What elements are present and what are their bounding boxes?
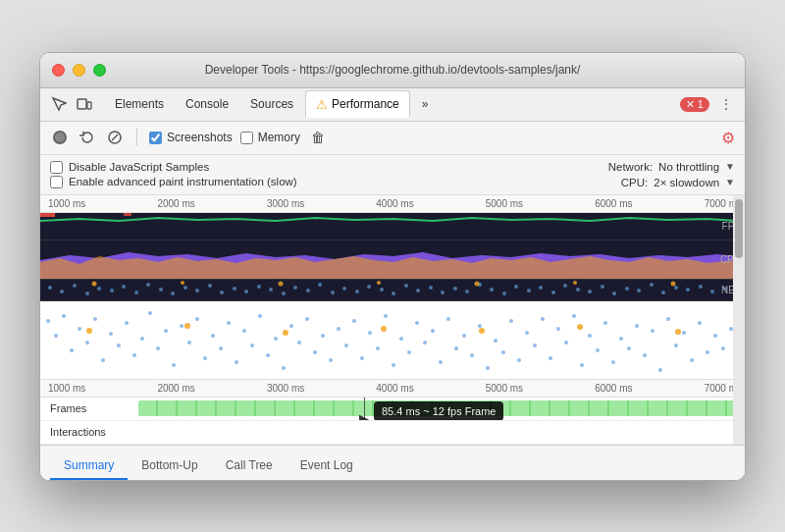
enable-paint-checkbox[interactable] bbox=[50, 176, 63, 188]
svg-point-141 bbox=[596, 348, 600, 352]
svg-point-23 bbox=[233, 287, 236, 291]
bottom-time-ruler: 1000 ms 2000 ms 3000 ms 4000 ms 5000 ms … bbox=[40, 380, 745, 398]
tab-more[interactable]: » bbox=[412, 90, 439, 118]
memory-checkbox-label[interactable]: Memory bbox=[240, 131, 300, 144]
svg-point-133 bbox=[533, 344, 537, 347]
screenshots-checkbox[interactable] bbox=[149, 132, 162, 144]
memory-checkbox[interactable] bbox=[240, 132, 253, 144]
net-lane[interactable]: NET bbox=[40, 280, 745, 301]
svg-point-108 bbox=[337, 327, 340, 331]
clear-button[interactable] bbox=[105, 128, 125, 147]
svg-point-61 bbox=[699, 285, 703, 289]
svg-point-165 bbox=[675, 329, 681, 335]
svg-point-75 bbox=[78, 327, 81, 331]
tab-console[interactable]: Console bbox=[176, 90, 238, 118]
cpu-value: 2× slowdown bbox=[654, 177, 719, 188]
svg-point-162 bbox=[381, 326, 387, 332]
svg-point-131 bbox=[517, 358, 521, 362]
cpu-dropdown-arrow[interactable]: ▼ bbox=[725, 177, 735, 187]
cpu-lane[interactable]: CPU bbox=[40, 240, 745, 280]
svg-point-144 bbox=[619, 337, 623, 341]
tab-performance[interactable]: ⚠ Performance bbox=[305, 90, 410, 118]
svg-point-13 bbox=[110, 289, 114, 293]
frames-content[interactable]: ▶ 85.4 ms ~ 12 fps Frame bbox=[138, 398, 745, 420]
svg-point-138 bbox=[572, 314, 576, 318]
inspect-icon[interactable] bbox=[48, 93, 70, 115]
toolbar: Screenshots Memory 🗑 ⚙ bbox=[40, 122, 745, 155]
tab-event-log[interactable]: Event Log bbox=[287, 452, 367, 480]
svg-point-64 bbox=[92, 281, 97, 286]
options-right: Network: No throttling ▼ CPU: 2× slowdow… bbox=[608, 161, 735, 188]
mark-6: 7000 m bbox=[705, 198, 737, 209]
flame-area[interactable] bbox=[40, 301, 745, 380]
svg-point-62 bbox=[710, 290, 714, 293]
disable-js-samples-option[interactable]: Disable JavaScript Samples bbox=[50, 161, 297, 174]
svg-point-110 bbox=[352, 319, 356, 323]
screenshots-checkbox-label[interactable]: Screenshots bbox=[149, 131, 233, 144]
svg-point-119 bbox=[423, 341, 427, 345]
svg-point-126 bbox=[478, 324, 482, 328]
svg-point-84 bbox=[148, 311, 152, 315]
disable-js-samples-label: Disable JavaScript Samples bbox=[69, 161, 209, 173]
tab-bar: Elements Console Sources ⚠ Performance »… bbox=[40, 88, 745, 122]
scrollbar-thumb[interactable] bbox=[735, 199, 743, 258]
svg-point-114 bbox=[384, 314, 388, 318]
cursor-arrow: ▶ bbox=[359, 411, 369, 420]
tab-sources[interactable]: Sources bbox=[240, 90, 303, 118]
minimize-button[interactable] bbox=[73, 64, 85, 77]
svg-point-134 bbox=[541, 317, 545, 321]
network-dropdown-arrow[interactable]: ▼ bbox=[725, 161, 735, 172]
svg-point-107 bbox=[329, 358, 333, 362]
svg-point-154 bbox=[698, 321, 702, 325]
svg-point-93 bbox=[219, 346, 223, 350]
tab-bar-icons bbox=[48, 93, 95, 115]
fps-lane[interactable]: FPS bbox=[40, 213, 745, 240]
svg-point-150 bbox=[666, 317, 670, 321]
svg-point-72 bbox=[54, 334, 58, 338]
svg-point-140 bbox=[588, 334, 592, 338]
svg-point-146 bbox=[635, 324, 639, 328]
svg-point-152 bbox=[682, 331, 686, 335]
svg-point-137 bbox=[564, 341, 568, 345]
memory-label: Memory bbox=[258, 131, 300, 144]
more-options-icon[interactable]: ⋮ bbox=[715, 93, 737, 115]
svg-point-78 bbox=[101, 358, 105, 362]
error-badge-label: ✕ 1 bbox=[686, 98, 704, 111]
tab-summary[interactable]: Summary bbox=[50, 452, 128, 480]
interactions-content[interactable] bbox=[138, 421, 745, 444]
svg-point-56 bbox=[637, 289, 641, 293]
svg-point-24 bbox=[244, 290, 248, 293]
device-toggle-icon[interactable] bbox=[74, 93, 95, 115]
tab-elements[interactable]: Elements bbox=[105, 90, 174, 118]
tab-bottom-up[interactable]: Bottom-Up bbox=[128, 452, 211, 480]
scrollbar[interactable] bbox=[733, 195, 745, 445]
warning-icon: ⚠ bbox=[316, 97, 328, 112]
svg-point-149 bbox=[658, 368, 662, 372]
svg-point-130 bbox=[509, 319, 513, 323]
tab-call-tree[interactable]: Call Tree bbox=[212, 452, 287, 480]
bmark-5: 6000 ms bbox=[595, 383, 632, 394]
disable-js-samples-checkbox[interactable] bbox=[50, 161, 63, 174]
svg-point-28 bbox=[293, 286, 297, 290]
svg-point-38 bbox=[416, 289, 420, 293]
svg-point-9 bbox=[60, 290, 64, 293]
svg-point-66 bbox=[279, 281, 284, 286]
svg-point-73 bbox=[62, 314, 66, 318]
trash-icon[interactable]: 🗑 bbox=[308, 128, 328, 147]
svg-point-102 bbox=[289, 324, 293, 328]
error-badge[interactable]: ✕ 1 bbox=[680, 97, 709, 112]
svg-point-74 bbox=[70, 348, 74, 352]
settings-icon[interactable]: ⚙ bbox=[721, 129, 735, 147]
svg-point-83 bbox=[140, 337, 144, 341]
close-button[interactable] bbox=[52, 64, 65, 77]
reload-button[interactable] bbox=[78, 128, 97, 147]
enable-paint-option[interactable]: Enable advanced paint instrumentation (s… bbox=[50, 176, 297, 188]
svg-point-37 bbox=[404, 284, 408, 288]
record-button[interactable] bbox=[50, 128, 70, 147]
bmark-1: 2000 ms bbox=[157, 383, 194, 394]
maximize-button[interactable] bbox=[93, 64, 106, 77]
svg-point-125 bbox=[470, 353, 474, 357]
bottom-time-ruler-marks: 1000 ms 2000 ms 3000 ms 4000 ms 5000 ms … bbox=[40, 383, 745, 394]
svg-point-164 bbox=[577, 324, 583, 330]
svg-point-42 bbox=[465, 290, 469, 293]
